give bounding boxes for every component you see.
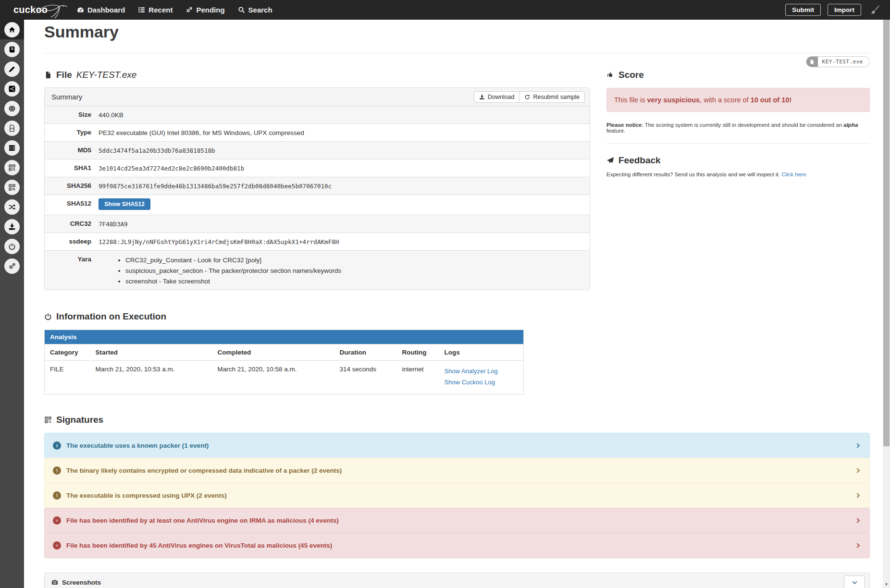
chevron-right-icon xyxy=(855,442,861,449)
home-icon xyxy=(4,22,20,37)
sidebar-item-3[interactable] xyxy=(0,59,24,79)
times-circle-icon: × xyxy=(53,516,61,525)
analysis-table-row: FILEMarch 21, 2020, 10:53 a.m.March 21, … xyxy=(45,361,524,394)
yara-item: suspicious_packer_section - The packer/p… xyxy=(125,267,585,274)
nav-item-label: Pending xyxy=(196,6,224,14)
sidebar-item-2[interactable] xyxy=(0,39,24,59)
download-button[interactable]: Download xyxy=(474,91,520,103)
resubmit-sample-button[interactable]: Resubmit sample xyxy=(519,91,585,103)
navbar-actions: Submit Import xyxy=(785,4,879,16)
left-sidebar xyxy=(0,20,24,588)
nav-item-search[interactable]: Search xyxy=(238,6,272,14)
signature-text: The executable is compressed using UPX (… xyxy=(66,492,227,499)
analysis-col-duration: Duration xyxy=(334,344,397,361)
summary-row-sha1: SHA13e1014cd25ea3d7274ed2c8e2c8690b2400d… xyxy=(45,159,590,177)
title-divider xyxy=(44,53,870,53)
signature-row-danger[interactable]: ×File has been identified by 45 AntiViru… xyxy=(44,533,870,558)
paintbrush-icon[interactable] xyxy=(868,4,879,16)
summary-row-label: Size xyxy=(45,111,99,118)
file-white-icon xyxy=(809,59,815,64)
signatures-section: Signatures iThe executable uses a known … xyxy=(44,415,870,558)
sidebar-item-1[interactable] xyxy=(0,20,24,39)
signature-row-danger[interactable]: ×File has been identified by at least on… xyxy=(44,508,870,533)
signature-row-warning[interactable]: !The binary likely contains encrypted or… xyxy=(44,458,870,483)
sidebar-item-5[interactable] xyxy=(0,98,24,118)
search-icon xyxy=(238,6,245,13)
analysis-col-category: Category xyxy=(45,344,90,361)
signatures-heading: Signatures xyxy=(44,415,870,425)
gears-icon xyxy=(185,6,193,13)
show-cuckoo-log-link[interactable]: Show Cuckoo Log xyxy=(445,377,519,388)
nav-item-recent[interactable]: Recent xyxy=(138,6,173,14)
file-tag-pill[interactable]: KEY-TEST.exe xyxy=(806,56,870,67)
file-summary-panel-header: Summary Download Resubmit sample xyxy=(45,88,590,106)
sidebar-item-12[interactable] xyxy=(0,236,24,256)
summary-row-label: Yara xyxy=(45,256,99,263)
gears-icon xyxy=(4,258,20,274)
feedback-text: Expecting different results? Send us thi… xyxy=(606,172,870,177)
warning-circle-icon: ! xyxy=(53,491,61,500)
nav-item-dashboard[interactable]: Dashboard xyxy=(77,6,125,14)
summary-row-label: MD5 xyxy=(45,147,99,154)
cuckoo-logo[interactable]: cuckoo xyxy=(13,0,66,20)
scrollbar-thumb[interactable] xyxy=(883,20,890,446)
analysis-cell-duration: 314 seconds xyxy=(334,361,397,394)
file-column: File KEY-TEST.exe Summary Download Resub… xyxy=(44,70,590,290)
sidebar-item-11[interactable] xyxy=(0,217,24,236)
info-circle-icon: i xyxy=(53,441,61,450)
import-button[interactable]: Import xyxy=(828,4,861,16)
analysis-col-started: Started xyxy=(90,344,212,361)
scrollbar-down-arrow[interactable]: ▼ xyxy=(883,582,890,587)
file-heading-name: KEY-TEST.exe xyxy=(76,70,137,80)
summary-row-label: SHA512 xyxy=(45,200,99,207)
summary-row-size: Size440.0KB xyxy=(45,106,590,123)
summary-row-sha512: SHA512Show SHA512 xyxy=(45,195,590,215)
analysis-table: Analysis CategoryStartedCompletedDuratio… xyxy=(44,330,524,394)
signature-text: The executable uses a known packer (1 ev… xyxy=(66,442,209,449)
download-icon xyxy=(479,94,485,100)
show-analyzer-log-link[interactable]: Show Analyzer Log xyxy=(445,366,519,377)
main-content: Summary KEY-TEST.exe File KEY-TEST.exe S… xyxy=(24,22,883,588)
sidebar-item-6[interactable] xyxy=(0,118,24,138)
signature-row-info[interactable]: iThe executable uses a known packer (1 e… xyxy=(44,433,870,458)
chevron-right-icon xyxy=(855,542,861,549)
sidebar-item-10[interactable] xyxy=(0,197,24,217)
scrollbar-track[interactable]: ▼ xyxy=(883,20,890,588)
book-icon xyxy=(4,42,20,57)
summary-row-value: 440.0KB xyxy=(99,111,124,119)
refresh-icon xyxy=(524,94,530,100)
summary-row-value: 7F48D3A9 xyxy=(99,220,128,228)
summary-row-label: Type xyxy=(45,129,99,136)
chevron-right-icon xyxy=(855,517,861,524)
analysis-col-logs: Logs xyxy=(439,344,524,361)
screenshots-panel-header: Screenshots xyxy=(45,573,869,588)
signature-row-warning[interactable]: !The executable is compressed using UPX … xyxy=(44,483,870,508)
file-tag-label: KEY-TEST.exe xyxy=(818,59,869,65)
summary-row-value: 99f0875ce316761fe9dde48b1313486ba59e257f… xyxy=(99,182,332,190)
sidebar-item-13[interactable] xyxy=(0,256,24,276)
submit-button[interactable]: Submit xyxy=(785,4,821,16)
summary-row-value: Show SHA512 xyxy=(99,200,150,210)
camera-icon xyxy=(51,579,58,586)
feedback-heading: Feedback xyxy=(606,155,870,166)
summary-row-md5: MD55ddc3474f5a1a20b33db76a83818518b xyxy=(45,141,590,159)
analysis-table-title: Analysis xyxy=(45,330,524,344)
sidebar-item-7[interactable] xyxy=(0,138,24,158)
sidebar-item-8[interactable] xyxy=(0,158,24,177)
file-heading-label: File xyxy=(56,70,72,80)
feedback-click-here-link[interactable]: Click here xyxy=(781,172,806,177)
sidebar-item-4[interactable] xyxy=(0,79,24,98)
summary-row-yara: YaraCRC32_poly_Constant - Look for CRC32… xyxy=(45,250,590,290)
nav-item-pending[interactable]: Pending xyxy=(185,6,224,14)
send-icon xyxy=(606,157,614,164)
screenshots-collapse-button[interactable] xyxy=(844,576,865,588)
screenshots-panel: Screenshots xyxy=(44,573,870,588)
sidebar-item-9[interactable] xyxy=(0,177,24,197)
summary-row-label: SHA1 xyxy=(45,164,99,172)
score-column: Score This file is very suspicious, with… xyxy=(606,70,870,177)
show-sha512-button[interactable]: Show SHA512 xyxy=(99,198,150,210)
execution-section: Information on Execution Analysis Catego… xyxy=(44,311,870,394)
signatures-list: iThe executable uses a known packer (1 e… xyxy=(44,433,870,558)
main-nav: DashboardRecentPendingSearch xyxy=(77,6,272,14)
summary-row-sha256: SHA25699f0875ce316761fe9dde48b1313486ba5… xyxy=(45,177,590,195)
